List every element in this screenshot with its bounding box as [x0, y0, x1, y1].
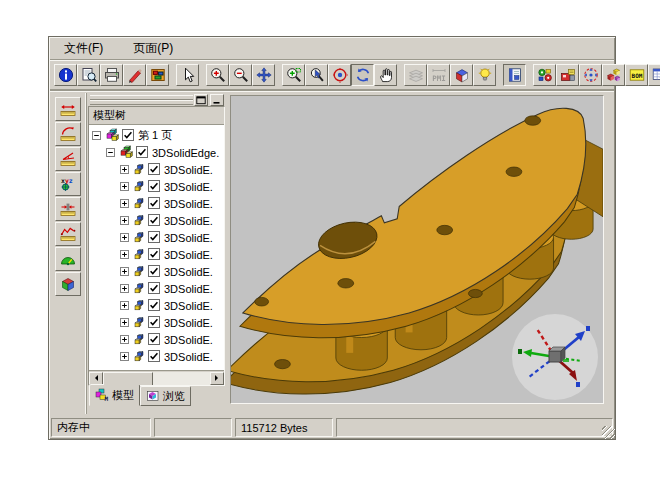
- expander-icon[interactable]: [120, 198, 129, 210]
- expander-icon[interactable]: [120, 334, 129, 346]
- node-checkbox[interactable]: [148, 265, 160, 279]
- node-label[interactable]: 3DSolidE.: [163, 181, 214, 193]
- node-checkbox[interactable]: [148, 214, 160, 228]
- expander-icon[interactable]: [120, 300, 129, 312]
- node-checkbox[interactable]: [136, 146, 148, 160]
- node-label[interactable]: 3DSolidE.: [163, 249, 214, 261]
- zoom-pointer-button[interactable]: [305, 64, 328, 86]
- node-label[interactable]: 3DSolidE.: [163, 164, 214, 176]
- measure-area-button[interactable]: [55, 247, 81, 271]
- expander-icon[interactable]: [120, 215, 129, 227]
- tree-item-part-10[interactable]: 3DSolidE.: [89, 314, 224, 331]
- menu-file[interactable]: 文件(F): [60, 39, 107, 58]
- expander-icon[interactable]: [120, 266, 129, 278]
- measure-coordinate-button[interactable]: xyz: [55, 172, 81, 196]
- tree-item-page[interactable]: 第 1 页: [89, 127, 224, 144]
- node-label[interactable]: 3DSolidE.: [163, 198, 214, 210]
- tree-item-part-5[interactable]: 3DSolidE.: [89, 229, 224, 246]
- part-list-button[interactable]: [602, 64, 625, 86]
- view-cube-button[interactable]: [450, 64, 473, 86]
- node-checkbox[interactable]: [148, 163, 160, 177]
- tab-browse[interactable]: 浏览: [140, 386, 191, 406]
- bom-table-button[interactable]: BOM: [625, 64, 648, 86]
- node-checkbox[interactable]: [148, 180, 160, 194]
- tree-item-part-11[interactable]: 3DSolidE.: [89, 331, 224, 348]
- info-button[interactable]: [54, 64, 77, 86]
- scroll-thumb[interactable]: [103, 372, 153, 387]
- measure-angle-button[interactable]: [55, 147, 81, 171]
- machining-view-button[interactable]: [556, 64, 579, 86]
- panel-maximize-button[interactable]: [194, 94, 208, 106]
- model-3d-viewport[interactable]: [230, 95, 604, 404]
- node-label[interactable]: 3DSolidE.: [163, 300, 214, 312]
- node-label[interactable]: 3DSolidE.: [163, 283, 214, 295]
- node-checkbox[interactable]: [148, 299, 160, 313]
- node-checkbox[interactable]: [148, 231, 160, 245]
- tree-item-part-7[interactable]: 3DSolidE.: [89, 263, 224, 280]
- panel-minimize-button[interactable]: [210, 94, 224, 106]
- tree-item-part-2[interactable]: 3DSolidE.: [89, 178, 224, 195]
- scroll-right-button[interactable]: [210, 372, 224, 385]
- node-label[interactable]: 3DSolidE.: [163, 334, 214, 346]
- expander-icon[interactable]: [120, 181, 129, 193]
- measure-distance-button[interactable]: [55, 97, 81, 121]
- scroll-left-button[interactable]: [89, 372, 103, 385]
- tree-item-part-3[interactable]: 3DSolidE.: [89, 195, 224, 212]
- tree-item-part-9[interactable]: 3DSolidE.: [89, 297, 224, 314]
- measure-polyline-button[interactable]: [55, 222, 81, 246]
- node-checkbox[interactable]: [148, 248, 160, 262]
- tree-item-part-6[interactable]: 3DSolidE.: [89, 246, 224, 263]
- tree-item-assembly[interactable]: 3DSolidEdge.: [89, 144, 224, 161]
- stamp-markup-button[interactable]: [146, 64, 169, 86]
- expander-icon[interactable]: [92, 130, 101, 142]
- expander-icon[interactable]: [120, 164, 129, 176]
- tree-hscrollbar[interactable]: [89, 370, 224, 385]
- panel-grip[interactable]: [88, 93, 225, 106]
- expander-icon[interactable]: [120, 317, 129, 329]
- zoom-in-button[interactable]: [206, 64, 229, 86]
- tree-item-part-12[interactable]: 3DSolidE.: [89, 348, 224, 365]
- explode-view-button[interactable]: [579, 64, 602, 86]
- print-button[interactable]: [100, 64, 123, 86]
- orbit-view-button[interactable]: [328, 64, 351, 86]
- node-checkbox[interactable]: [148, 333, 160, 347]
- lighting-button[interactable]: [473, 64, 496, 86]
- node-checkbox[interactable]: [148, 282, 160, 296]
- resize-grip[interactable]: [602, 426, 615, 439]
- tab-model[interactable]: M 模型: [89, 384, 140, 406]
- node-label[interactable]: 第 1 页: [137, 128, 173, 143]
- node-label[interactable]: 3DSolidE.: [163, 232, 214, 244]
- node-checkbox[interactable]: [148, 350, 160, 364]
- menu-page[interactable]: 页面(P): [129, 39, 177, 58]
- expander-icon[interactable]: [120, 232, 129, 244]
- node-checkbox[interactable]: [148, 197, 160, 211]
- assembly-components-button[interactable]: [533, 64, 556, 86]
- tree-item-part-1[interactable]: 3DSolidE.: [89, 161, 224, 178]
- tree-item-part-4[interactable]: 3DSolidE.: [89, 212, 224, 229]
- zoom-out-button[interactable]: [229, 64, 252, 86]
- measure-radius-button[interactable]: [55, 122, 81, 146]
- find-table-button[interactable]: [648, 64, 660, 86]
- tree-item-part-8[interactable]: 3DSolidE.: [89, 280, 224, 297]
- node-label[interactable]: 3DSolidE.: [163, 215, 214, 227]
- node-label[interactable]: 3DSolidEdge.: [151, 147, 220, 159]
- node-label[interactable]: 3DSolidE.: [163, 317, 214, 329]
- scroll-track[interactable]: [103, 372, 210, 385]
- markup-pen-button[interactable]: [123, 64, 146, 86]
- node-checkbox[interactable]: [148, 316, 160, 330]
- expander-icon[interactable]: [106, 147, 115, 159]
- expander-icon[interactable]: [120, 249, 129, 261]
- page-book-button[interactable]: [503, 64, 526, 86]
- rotate-view-button[interactable]: [351, 64, 374, 86]
- expander-icon[interactable]: [120, 351, 129, 363]
- node-checkbox[interactable]: [122, 129, 134, 143]
- zoom-window-button[interactable]: [282, 64, 305, 86]
- pan-hand-button[interactable]: [374, 64, 397, 86]
- node-label[interactable]: 3DSolidE.: [163, 351, 214, 363]
- measure-gap-button[interactable]: [55, 197, 81, 221]
- select-cursor-button[interactable]: [176, 64, 199, 86]
- node-label[interactable]: 3DSolidE.: [163, 266, 214, 278]
- pan-arrows-button[interactable]: [252, 64, 275, 86]
- expander-icon[interactable]: [120, 283, 129, 295]
- measure-volume-button[interactable]: [55, 272, 81, 296]
